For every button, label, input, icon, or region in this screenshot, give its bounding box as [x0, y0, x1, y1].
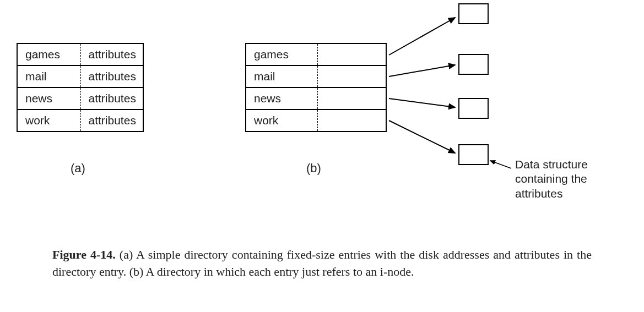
subfigure-label-a: (a): [71, 161, 85, 176]
entry-name: work: [17, 110, 80, 132]
table-row: news attributes: [17, 87, 143, 110]
table-row: games: [246, 43, 386, 65]
subfigure-label-b: (b): [306, 161, 321, 176]
entry-pointer: [317, 65, 386, 87]
entry-name: mail: [17, 65, 80, 87]
inode-box: [458, 3, 489, 24]
entry-name: games: [246, 43, 317, 65]
pointer-arrow: [389, 18, 455, 55]
entry-name: mail: [246, 65, 317, 87]
table-row: mail: [246, 65, 386, 87]
figure-caption: Figure 4-14. (a) A simple directory cont…: [52, 247, 592, 281]
entry-pointer: [317, 43, 386, 65]
entry-attributes: attributes: [80, 87, 143, 110]
figure-label: Figure 4-14.: [52, 248, 116, 261]
inode-box: [458, 54, 489, 75]
directory-table-a: games attributes mail attributes news at…: [17, 43, 144, 132]
entry-name: news: [246, 87, 317, 110]
table-row: work attributes: [17, 110, 143, 132]
inode-box: [458, 144, 489, 165]
annotation-leader: [490, 161, 511, 168]
directory-table-b: games mail news work: [245, 43, 387, 132]
figure-caption-text: (a) A simple directory containing fixed-…: [52, 248, 592, 278]
entry-attributes: attributes: [80, 110, 143, 132]
entry-name: games: [17, 43, 80, 65]
pointer-arrow: [389, 98, 455, 107]
table-row: news: [246, 87, 386, 110]
table-row: games attributes: [17, 43, 143, 65]
pointer-arrow: [389, 121, 455, 153]
entry-pointer: [317, 110, 386, 132]
entry-attributes: attributes: [80, 65, 143, 87]
entry-name: work: [246, 110, 317, 132]
inode-annotation: Data structure containing the attributes: [515, 157, 625, 201]
table-row: mail attributes: [17, 65, 143, 87]
table-row: work: [246, 110, 386, 132]
entry-attributes: attributes: [80, 43, 143, 65]
inode-box: [458, 98, 489, 119]
entry-pointer: [317, 87, 386, 110]
figure-diagram: games attributes mail attributes news at…: [0, 0, 644, 312]
pointer-arrow: [389, 65, 455, 76]
entry-name: news: [17, 87, 80, 110]
